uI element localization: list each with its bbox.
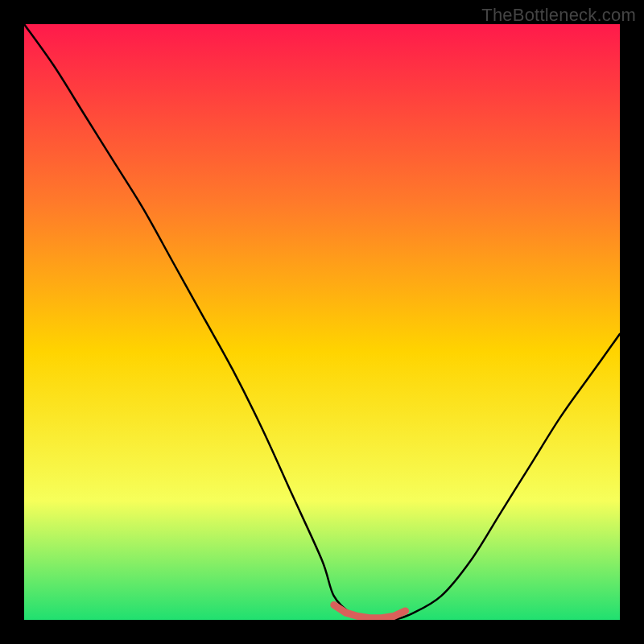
plot-area — [24, 24, 620, 620]
watermark-text: TheBottleneck.com — [481, 5, 636, 26]
chart-svg — [24, 24, 620, 620]
gradient-background — [24, 24, 620, 620]
chart-frame: TheBottleneck.com — [0, 0, 644, 644]
